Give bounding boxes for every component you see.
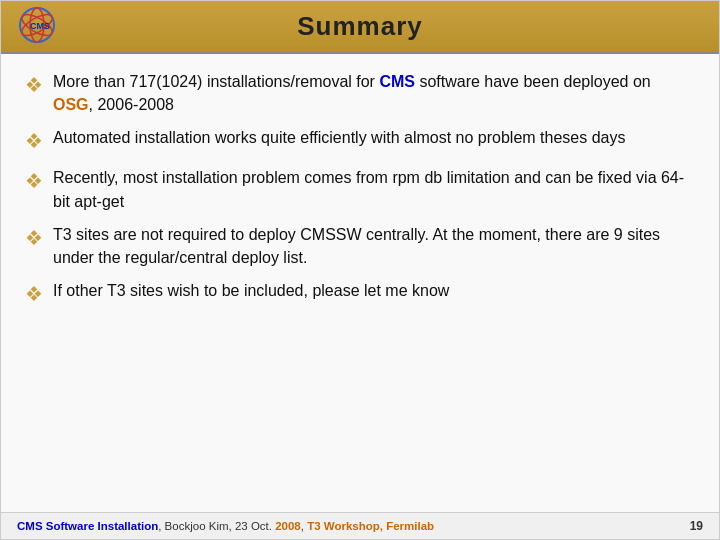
header: CMS Summary [1,1,719,54]
bullet-diamond-1: ❖ [25,71,43,100]
bullet-item-2: ❖ Automated installation works quite eff… [25,126,695,156]
footer-citation: CMS Software Installation, Bockjoo Kim, … [17,520,434,532]
bullet-text-4: T3 sites are not required to deploy CMSS… [53,223,695,269]
page-number: 19 [690,519,703,533]
footer-separator: , Bockjoo Kim, 23 Oct. [158,520,275,532]
content-area: ❖ More than 717(1024) installations/remo… [1,54,719,512]
bullet-item-5: ❖ If other T3 sites wish to be included,… [25,279,695,309]
footer-cms-label: CMS Software Installation [17,520,158,532]
svg-text:CMS: CMS [30,21,50,31]
bullet-diamond-2: ❖ [25,127,43,156]
footer: CMS Software Installation, Bockjoo Kim, … [1,512,719,539]
bullet-diamond-4: ❖ [25,224,43,253]
bullet-text-2: Automated installation works quite effic… [53,126,695,149]
cms-logo: CMS [13,6,61,44]
bullet-diamond-3: ❖ [25,167,43,196]
bullet-text-3: Recently, most installation problem come… [53,166,695,212]
footer-workshop: T3 Workshop, Fermilab [307,520,434,532]
slide-title: Summary [297,11,423,42]
osg-link: OSG [53,96,89,113]
bullet-item-1: ❖ More than 717(1024) installations/remo… [25,70,695,116]
bullet-item-4: ❖ T3 sites are not required to deploy CM… [25,223,695,269]
bullet-text-5: If other T3 sites wish to be included, p… [53,279,695,302]
footer-year: 2008 [275,520,301,532]
bullet-diamond-5: ❖ [25,280,43,309]
bullet-text-1: More than 717(1024) installations/remova… [53,70,695,116]
cms-link: CMS [379,73,415,90]
slide: CMS Summary ❖ More than 717(1024) instal… [0,0,720,540]
bullet-item-3: ❖ Recently, most installation problem co… [25,166,695,212]
